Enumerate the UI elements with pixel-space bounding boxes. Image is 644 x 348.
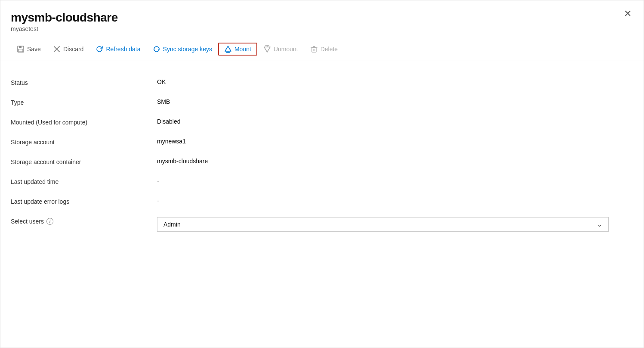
delete-label: Delete: [320, 46, 338, 53]
discard-label: Discard: [63, 46, 83, 53]
detail-panel: mysmb-cloudshare myasetest ✕ Save: [0, 0, 644, 348]
value-error-logs: -: [157, 197, 633, 204]
sync-button[interactable]: Sync storage keys: [147, 43, 218, 56]
select-users-dropdown[interactable]: Admin ⌄: [157, 217, 609, 232]
panel-header: mysmb-cloudshare myasetest: [0, 0, 644, 37]
refresh-label: Refresh data: [106, 46, 140, 53]
value-type: SMB: [157, 98, 633, 105]
unmount-button[interactable]: Unmount: [257, 43, 304, 56]
info-icon[interactable]: i: [46, 218, 53, 225]
label-type: Type: [11, 98, 157, 106]
save-icon: [17, 45, 25, 53]
discard-icon: [53, 45, 61, 53]
field-last-updated: Last updated time -: [11, 171, 633, 191]
chevron-down-icon: ⌄: [597, 221, 602, 228]
content-area: Status OK Type SMB Mounted (Used for com…: [0, 60, 644, 248]
label-storage-container: Storage account container: [11, 158, 157, 165]
label-mounted: Mounted (Used for compute): [11, 118, 157, 126]
toolbar: Save Discard Refresh data: [0, 38, 644, 60]
refresh-icon: [96, 45, 103, 53]
save-label: Save: [27, 46, 41, 53]
mount-icon: [224, 45, 232, 53]
select-users-value: Admin: [163, 221, 181, 228]
unmount-icon: [263, 45, 271, 53]
delete-button[interactable]: Delete: [304, 43, 344, 56]
value-last-updated: -: [157, 177, 633, 184]
field-status: Status OK: [11, 72, 633, 92]
field-storage-container: Storage account container mysmb-cloudsha…: [11, 152, 633, 171]
svg-rect-11: [312, 48, 316, 52]
svg-marker-8: [264, 47, 270, 52]
label-last-updated: Last updated time: [11, 177, 157, 185]
mount-button[interactable]: Mount: [218, 43, 257, 56]
value-storage-container: mysmb-cloudshare: [157, 158, 633, 165]
svg-marker-5: [225, 46, 231, 51]
refresh-button[interactable]: Refresh data: [89, 43, 146, 56]
label-error-logs: Last update error logs: [11, 197, 157, 205]
label-status: Status: [11, 78, 157, 86]
discard-button[interactable]: Discard: [47, 43, 89, 56]
sync-icon: [153, 45, 160, 53]
mount-label: Mount: [234, 46, 251, 53]
value-storage-account: mynewsa1: [157, 138, 633, 145]
svg-rect-1: [19, 46, 22, 48]
close-icon: ✕: [624, 8, 632, 19]
label-storage-account: Storage account: [11, 138, 157, 146]
field-mounted: Mounted (Used for compute) Disabled: [11, 112, 633, 132]
unmount-label: Unmount: [274, 46, 298, 53]
field-type: Type SMB: [11, 92, 633, 112]
svg-rect-2: [18, 49, 23, 52]
label-select-users: Select users i: [11, 217, 157, 225]
field-select-users: Select users i Admin ⌄: [11, 211, 633, 238]
close-button[interactable]: ✕: [624, 9, 632, 19]
field-error-logs: Last update error logs -: [11, 191, 633, 211]
panel-title: mysmb-cloudshare: [11, 11, 630, 25]
delete-icon: [310, 45, 318, 53]
sync-label: Sync storage keys: [163, 46, 212, 53]
value-mounted: Disabled: [157, 118, 633, 125]
panel-subtitle: myasetest: [11, 25, 630, 32]
save-button[interactable]: Save: [11, 43, 47, 56]
value-status: OK: [157, 78, 633, 85]
select-users-text: Select users: [11, 218, 44, 225]
field-storage-account: Storage account mynewsa1: [11, 132, 633, 152]
